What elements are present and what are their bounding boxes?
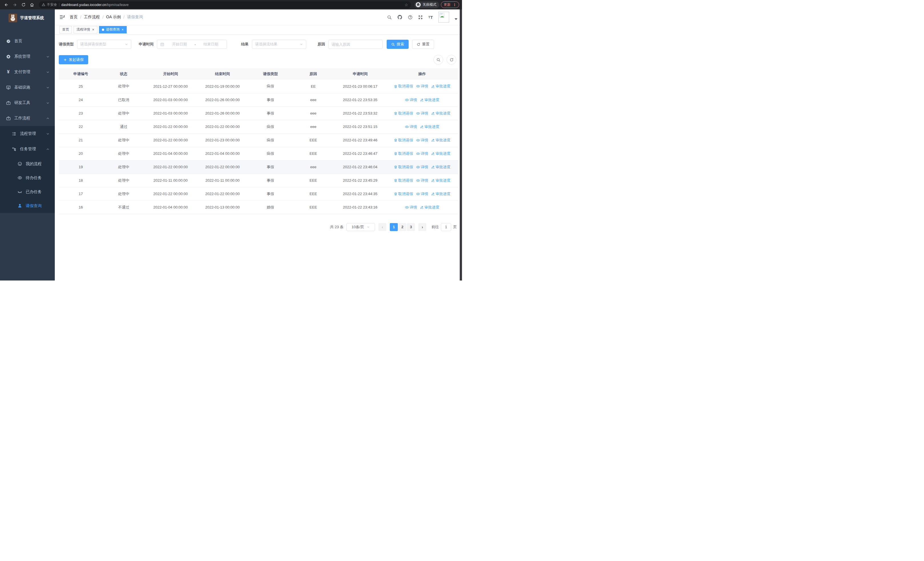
leave-type-select[interactable]: 请选择请假类型	[77, 40, 131, 49]
chevron-down-icon	[46, 101, 50, 105]
browser-home-icon[interactable]	[28, 2, 35, 8]
sidebar-item-研发工具[interactable]: 研发工具	[0, 95, 55, 111]
cell-type: 事假	[248, 174, 292, 187]
cancel-link[interactable]: 取消请假	[394, 164, 413, 170]
cancel-link[interactable]: 取消请假	[394, 151, 413, 156]
table-body: 25处理中2021-12-27 00:00:002022-01-19 00:00…	[59, 80, 458, 214]
sidebar: 芋道管理系统 首页系统管理¥支付管理基础设施研发工具工作流程流程管理任务管理我的…	[0, 9, 55, 281]
sidebar-item-待办任务[interactable]: 待办任务	[0, 171, 55, 185]
tag-首页[interactable]: 首页	[59, 26, 72, 33]
progress-link[interactable]: 审批进度	[431, 191, 451, 197]
detail-link[interactable]: 详情	[416, 151, 428, 156]
fullscreen-icon[interactable]	[418, 15, 423, 20]
browser-reload-icon[interactable]	[20, 2, 27, 8]
result-select[interactable]: 请选择流结果	[252, 40, 306, 49]
eye-icon	[416, 179, 420, 182]
cell-applied: 2022-01-22 23:53:35	[334, 93, 386, 107]
search-button[interactable]: 搜索	[387, 40, 409, 49]
sidebar-item-任务管理[interactable]: 任务管理	[0, 141, 55, 157]
detail-link[interactable]: 详情	[405, 205, 417, 210]
bookmark-star-icon[interactable]: ☆	[404, 3, 408, 7]
goto-page-input[interactable]	[441, 223, 451, 231]
breadcrumb-item[interactable]: 工作流程	[84, 15, 100, 20]
cell-type: 事假	[248, 187, 292, 200]
detail-link[interactable]: 详情	[416, 138, 428, 143]
cell-start: 2022-01-04 00:00:00	[145, 147, 196, 160]
cancel-link[interactable]: 取消请假	[394, 191, 413, 197]
browser-menu-icon[interactable]: ⋮	[453, 3, 456, 7]
refresh-table-button[interactable]	[447, 55, 456, 65]
page-button-1[interactable]: 1	[390, 223, 398, 231]
avatar-caret-icon[interactable]	[454, 18, 458, 20]
detail-link[interactable]: 详情	[416, 178, 428, 183]
sidebar-item-流程管理[interactable]: 流程管理	[0, 126, 55, 141]
detail-link[interactable]: 详情	[405, 124, 417, 129]
sidebar-item-已办任务[interactable]: 已办任务	[0, 185, 55, 199]
page-content: 请假类型 请选择请假类型 申请时间 开始日期 - 结束日期 结果	[55, 35, 462, 281]
detail-link[interactable]: 详情	[416, 84, 428, 89]
cancel-link[interactable]: 取消请假	[394, 178, 413, 183]
cancel-link[interactable]: 取消请假	[394, 84, 413, 89]
table-row: 25处理中2021-12-27 00:00:002022-01-19 00:00…	[59, 80, 458, 93]
progress-link[interactable]: 审批进度	[431, 164, 451, 170]
page-button-3[interactable]: 3	[407, 223, 415, 231]
eye-closed-icon	[17, 190, 22, 194]
sidebar-item-工作流程[interactable]: 工作流程	[0, 111, 55, 126]
tag-流程详情[interactable]: 流程详情×	[74, 26, 97, 33]
tag-请假查询[interactable]: 请假查询×	[99, 26, 127, 33]
progress-link[interactable]: 审批进度	[420, 124, 440, 129]
progress-link[interactable]: 审批进度	[431, 178, 451, 183]
github-icon[interactable]	[397, 15, 402, 20]
prev-page-button[interactable]: ‹	[378, 223, 386, 231]
page-size-select[interactable]: 10条/页	[346, 223, 375, 231]
sidebar-item-请假查询[interactable]: 请假查询	[0, 199, 55, 213]
detail-link[interactable]: 详情	[416, 164, 428, 170]
page-scrollbar[interactable]	[460, 9, 462, 281]
reason-input[interactable]	[328, 40, 382, 49]
chevron-down-icon	[46, 132, 50, 136]
next-page-button[interactable]: ›	[418, 223, 426, 231]
browser-update-button[interactable]: 更新 ⋮	[441, 2, 459, 8]
detail-link[interactable]: 详情	[416, 191, 428, 197]
not-secure-warning[interactable]: 不安全	[42, 2, 57, 7]
cell-end: 2022-01-26 00:00:00	[196, 93, 249, 107]
browser-forward-icon[interactable]	[11, 2, 18, 8]
avatar[interactable]	[438, 12, 449, 23]
progress-link[interactable]: 审批进度	[420, 205, 440, 210]
cancel-link[interactable]: 取消请假	[394, 138, 413, 143]
edit-icon	[431, 111, 435, 115]
cell-applied: 2022-01-22 23:49:46	[334, 133, 386, 147]
progress-link[interactable]: 审批进度	[420, 98, 440, 102]
progress-link[interactable]: 审批进度	[431, 111, 451, 116]
close-icon[interactable]: ×	[121, 28, 124, 32]
reset-button[interactable]: 重置	[412, 40, 434, 49]
help-icon[interactable]	[408, 15, 412, 20]
detail-link[interactable]: 详情	[405, 98, 417, 102]
cell-end: 2022-01-22 00:00:00	[196, 160, 249, 174]
breadcrumb-item[interactable]: OA 示例	[106, 15, 121, 20]
tags-view: 首页流程详情×请假查询×	[55, 25, 462, 35]
address-bar[interactable]: 不安全 dashboard.yudao.iocoder.cn/bpm/oa/le…	[39, 2, 411, 8]
close-icon[interactable]: ×	[92, 28, 94, 32]
sidebar-item-首页[interactable]: 首页	[0, 33, 55, 49]
sidebar-item-基础设施[interactable]: 基础设施	[0, 80, 55, 95]
app-logo: 芋道管理系统	[0, 9, 55, 27]
sidebar-item-系统管理[interactable]: 系统管理	[0, 49, 55, 64]
create-leave-button[interactable]: 发起请假	[59, 55, 88, 64]
font-size-icon[interactable]: TT	[428, 15, 433, 20]
browser-back-icon[interactable]	[3, 2, 10, 8]
detail-link[interactable]: 详情	[416, 111, 428, 116]
sidebar-item-支付管理[interactable]: ¥支付管理	[0, 64, 55, 80]
toggle-search-button[interactable]	[434, 55, 443, 65]
page-button-2[interactable]: 2	[398, 223, 406, 231]
breadcrumb-item[interactable]: 首页	[70, 15, 78, 20]
sidebar-collapse-icon[interactable]	[59, 14, 65, 20]
apply-time-range-picker[interactable]: 开始日期 - 结束日期	[157, 40, 227, 49]
sidebar-item-label: 流程管理	[20, 131, 36, 136]
cancel-link[interactable]: 取消请假	[394, 111, 413, 116]
progress-link[interactable]: 审批进度	[431, 84, 451, 89]
progress-link[interactable]: 审批进度	[431, 151, 451, 156]
sidebar-item-我的流程[interactable]: 我的流程	[0, 157, 55, 171]
progress-link[interactable]: 审批进度	[431, 138, 451, 143]
search-icon[interactable]	[387, 15, 392, 20]
